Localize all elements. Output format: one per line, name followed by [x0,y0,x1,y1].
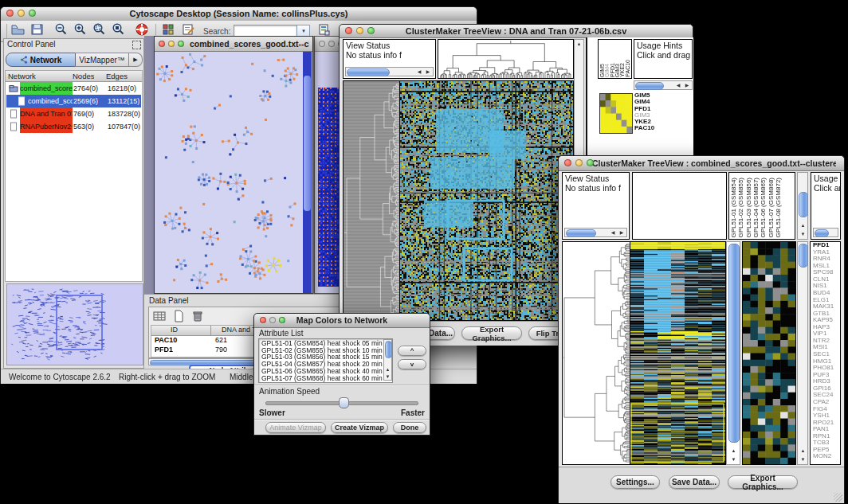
tv2-usage-hscrollbar[interactable] [813,228,838,237]
scroll-up-icon[interactable]: ▲ [384,366,391,373]
trash-icon[interactable] [190,309,206,326]
tab-network[interactable]: Network [6,53,76,67]
tv1-row-dendrogram-panel[interactable] [343,80,399,321]
zoom-button[interactable] [178,41,184,47]
scroll-down-icon[interactable]: ▼ [384,373,391,380]
export-graphics-button[interactable]: Export Graphics... [728,475,798,489]
col-edges[interactable]: Edges [106,71,128,81]
scroll-thumb[interactable] [799,192,808,217]
zoom-button[interactable] [367,27,375,34]
scroll-right-icon[interactable]: ▶ [424,68,432,76]
tv1-usage-hscrollbar[interactable]: ◀ ▶ [634,80,693,90]
scroll-thumb[interactable] [635,82,664,90]
minimize-button[interactable] [168,41,175,47]
zoom-out-icon[interactable] [53,22,69,40]
network-name[interactable]: combined_sco [28,95,73,107]
tv2-titlebar[interactable]: ClusterMaker TreeView : combined_scores_… [559,156,844,171]
zoom-button[interactable] [29,10,36,17]
dialog-titlebar[interactable]: Map Colors to Network [254,314,430,328]
network-frame-1[interactable]: combined_scores_good.txt--cluste... [154,36,313,294]
scroll-thumb[interactable] [304,76,311,211]
tv1-column-dendrogram-panel[interactable] [438,39,574,79]
network-table-header[interactable]: Network Nodes Edges [6,71,142,82]
zoom-selected-icon[interactable] [92,22,108,40]
tv2-column-dendrogram-panel[interactable] [632,172,727,240]
close-button[interactable] [345,27,352,34]
zoom-fit-icon[interactable] [111,22,127,40]
create-vizmap-button[interactable]: Create Vizmap [331,422,388,433]
table-icon[interactable] [152,309,168,326]
gene-label[interactable]: MON2 [813,453,840,460]
scroll-up-icon[interactable]: ▲ [799,221,807,229]
new-page-icon[interactable] [171,309,187,326]
scroll-down-icon[interactable]: ▼ [728,455,739,463]
done-button[interactable]: Done [393,422,426,433]
close-button[interactable] [564,159,571,166]
scroll-thumb[interactable] [347,68,390,76]
tab-vizmapper[interactable]: VizMapper™ [76,53,129,67]
save-data-button[interactable]: Save Data... [669,475,720,489]
scroll-up-icon[interactable]: ▲ [799,447,807,455]
attribute-listbox[interactable]: GPL51-01 (GSM854) heat shock 05 minGPL51… [258,338,393,383]
cm2-rowtree-canvas[interactable] [563,242,630,464]
network-row[interactable]: combined_scores 2764(0) 16218(0) [6,82,141,95]
save-icon[interactable] [29,22,45,40]
scroll-left-icon[interactable]: ◀ [609,229,617,236]
close-button[interactable] [319,41,325,47]
overview-canvas[interactable] [6,283,143,365]
tv2-zoom-vscrollbar[interactable]: ▲ ▼ [797,241,808,465]
close-button[interactable] [260,317,266,323]
tv2-heatmap-panel[interactable] [630,241,726,465]
scroll-right-icon[interactable]: ▶ [683,81,691,89]
zoom-in-icon[interactable] [73,22,88,40]
scroll-up-icon[interactable]: ▲ [575,40,583,48]
minimize-button[interactable] [575,159,583,166]
network-vscrollbar[interactable] [303,52,312,293]
animation-slider[interactable] [265,397,417,408]
cm2-zoom-canvas[interactable] [743,242,795,464]
scroll-left-icon[interactable]: ◀ [415,68,423,76]
cm1-heatmap-canvas[interactable] [400,81,573,320]
tv2-row-dendrogram-panel[interactable] [562,241,630,465]
tv1-status-hscrollbar[interactable]: ◀ ▶ [345,67,434,76]
tv2-status-hscrollbar[interactable]: ◀ ▶ [564,228,627,237]
scroll-thumb[interactable] [728,244,740,443]
network-row[interactable]: DNA and Tran 07 769(0) 183728(0) [6,107,141,120]
move-up-button[interactable]: ^ [398,346,426,356]
col-id[interactable]: ID [171,326,178,334]
network-row[interactable]: RNAPuberNov2+! 563(0) 107847(0) [6,120,141,133]
network-row-selected[interactable]: combined_sco 2569(6) 13112(15) [6,95,141,107]
resize-grip[interactable] [834,493,842,502]
tv2-zoom-heatmap-panel[interactable] [742,241,796,465]
col-nodes[interactable]: Nodes [73,71,94,81]
network-name[interactable]: RNAPuberNov2+! [20,120,73,133]
cm2-heatmap-canvas[interactable] [630,242,725,464]
attribute-list-item[interactable]: GPL51-07 (GSM868) heat shock 60 min [261,375,392,382]
cm1-coltree-canvas[interactable] [438,40,573,78]
move-down-button[interactable]: v [398,359,426,369]
export-graphics-button[interactable]: Export Graphics... [461,326,522,340]
minimize-button[interactable] [269,317,276,323]
tv2-labels-vscrollbar[interactable]: ▲ ▼ [797,172,808,240]
scroll-thumb[interactable] [566,229,596,237]
scroll-up-icon[interactable]: ▲ [728,447,739,455]
tab-more-button[interactable]: ▶ [129,53,143,67]
minimize-button[interactable] [18,10,25,17]
scroll-down-icon[interactable]: ▼ [799,230,807,238]
cm1-matrix-canvas[interactable] [599,93,633,134]
network-name[interactable]: DNA and Tran 07 [20,107,73,120]
animate-vizmap-button[interactable]: Animate Vizmap [265,422,326,433]
zoom-button[interactable] [587,159,594,166]
tv1-titlebar[interactable]: ClusterMaker TreeView : DNA and Tran 07-… [340,25,693,38]
zoom-button[interactable] [279,317,285,323]
close-button[interactable] [159,41,165,47]
scroll-right-icon[interactable]: ▶ [618,229,626,236]
minimize-button[interactable] [328,41,335,47]
main-titlebar[interactable]: Cytoscape Desktop (Session Name: collins… [1,7,477,21]
tv1-heatmap-panel[interactable] [399,80,574,321]
open-file-icon[interactable] [10,22,26,40]
scroll-down-icon[interactable]: ▼ [799,455,807,463]
attribute-list-vscrollbar[interactable]: ▲ ▼ [383,339,392,381]
scroll-thumb[interactable] [799,244,808,268]
scroll-thumb[interactable] [385,341,392,358]
